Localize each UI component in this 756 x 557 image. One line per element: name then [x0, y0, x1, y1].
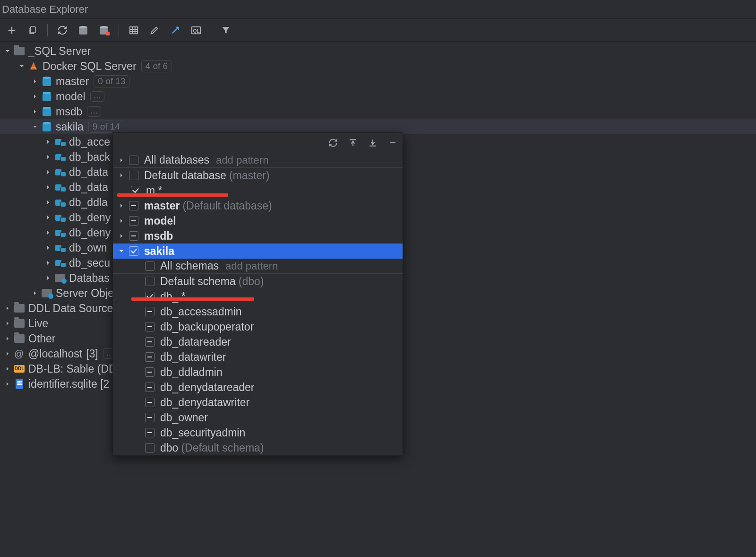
- chevron-right-icon[interactable]: [4, 305, 11, 312]
- tree-root-sql-server[interactable]: _SQL Server: [0, 44, 756, 59]
- checkbox-mixed[interactable]: [145, 322, 155, 331]
- popup-label: dbo: [160, 442, 178, 454]
- folder-db-icon: [55, 273, 65, 283]
- db-sync-icon[interactable]: [77, 24, 89, 36]
- checkbox-mixed[interactable]: [145, 383, 155, 392]
- popup-row-schema[interactable]: db_owner: [113, 410, 403, 425]
- db-stop-icon[interactable]: [98, 24, 110, 36]
- checkbox[interactable]: [129, 171, 138, 180]
- checkbox-mixed[interactable]: [145, 428, 155, 437]
- popup-row-schema[interactable]: db_datawriter: [113, 349, 403, 365]
- toolbar-group-filter: [220, 24, 232, 36]
- popup-row-sakila[interactable]: sakila: [113, 244, 403, 259]
- chevron-right-icon[interactable]: [44, 229, 52, 236]
- popup-row-default-database[interactable]: Default database (master): [113, 168, 403, 183]
- chevron-right-icon[interactable]: [31, 93, 39, 100]
- chevron-right-icon[interactable]: [118, 217, 125, 225]
- chevron-right-icon[interactable]: [118, 232, 125, 240]
- checkbox-mixed[interactable]: [129, 201, 138, 210]
- count-badge: 4 of 6: [141, 60, 172, 72]
- chevron-right-icon[interactable]: [118, 157, 125, 164]
- edit-pencil-icon[interactable]: [148, 24, 161, 36]
- checkbox-mixed[interactable]: [129, 231, 138, 241]
- popup-row-default-schema[interactable]: Default schema (dbo): [113, 274, 403, 289]
- tree-db-msdb[interactable]: msdb ...: [0, 104, 756, 119]
- duplicate-icon[interactable]: [26, 24, 39, 36]
- chevron-down-icon[interactable]: [18, 62, 26, 70]
- chevron-right-icon[interactable]: [118, 172, 125, 179]
- chevron-right-icon[interactable]: [44, 153, 52, 161]
- popup-row-msdb[interactable]: msdb: [113, 228, 403, 244]
- checkbox-mixed[interactable]: [129, 216, 138, 226]
- refresh-icon[interactable]: [56, 24, 69, 36]
- popup-row-schema[interactable]: db_datareader: [113, 334, 403, 349]
- chevron-right-icon[interactable]: [44, 244, 52, 252]
- chevron-right-icon[interactable]: [44, 168, 52, 176]
- chevron-right-icon[interactable]: [44, 259, 52, 267]
- add-pattern-link[interactable]: add pattern: [216, 154, 268, 166]
- chevron-right-icon[interactable]: [4, 320, 11, 327]
- checkbox-mixed[interactable]: [145, 307, 155, 316]
- checkbox-mixed[interactable]: [145, 367, 155, 377]
- ql-icon[interactable]: QL: [190, 24, 202, 36]
- popup-label: db_accessadmin: [160, 305, 242, 318]
- popup-row-schema[interactable]: db_backupoperator: [113, 319, 403, 334]
- popup-row-schema[interactable]: db_accessadmin: [113, 304, 403, 319]
- chevron-right-icon[interactable]: [118, 202, 125, 209]
- chevron-right-icon[interactable]: [4, 350, 11, 357]
- chevron-right-icon[interactable]: [44, 183, 52, 191]
- chevron-right-icon[interactable]: [4, 335, 11, 342]
- refresh-icon[interactable]: [328, 138, 338, 148]
- tree-label: DB-LB: Sable (DD: [28, 364, 117, 374]
- popup-row-dbo[interactable]: dbo (Default schema): [113, 440, 403, 455]
- chevron-right-icon[interactable]: [31, 108, 39, 115]
- tree-server-docker[interactable]: Docker SQL Server 4 of 6: [0, 59, 756, 74]
- popup-label: db_denydatareader: [160, 381, 255, 394]
- popup-row-all-databases[interactable]: All databases add pattern: [113, 153, 403, 168]
- checkbox[interactable]: [145, 443, 155, 453]
- expand-all-icon[interactable]: [348, 138, 358, 148]
- chevron-right-icon[interactable]: [44, 214, 52, 221]
- popup-row-master[interactable]: master (Default database): [113, 198, 403, 213]
- popup-row-all-schemas[interactable]: All schemas add pattern: [113, 259, 403, 274]
- popup-row-pattern-db[interactable]: db_.*: [113, 289, 403, 304]
- chevron-right-icon[interactable]: [31, 289, 39, 297]
- chevron-right-icon[interactable]: [44, 274, 52, 282]
- collapse-all-icon[interactable]: [368, 138, 378, 148]
- tree-db-model[interactable]: model ...: [0, 89, 756, 104]
- add-pattern-link[interactable]: add pattern: [225, 260, 278, 272]
- checkbox[interactable]: [145, 261, 155, 271]
- chevron-down-icon[interactable]: [118, 247, 125, 255]
- checkbox-mixed[interactable]: [145, 413, 155, 422]
- chevron-down-icon[interactable]: [31, 123, 39, 131]
- chevron-right-icon[interactable]: [4, 380, 11, 388]
- sqlserver-icon: [28, 61, 39, 71]
- popup-row-schema[interactable]: db_denydatawriter: [113, 395, 403, 410]
- popup-label: db_backupoperator: [160, 321, 254, 333]
- jump-icon[interactable]: [169, 24, 181, 36]
- popup-row-schema[interactable]: db_denydatareader: [113, 380, 403, 395]
- checkbox-mixed[interactable]: [145, 398, 155, 407]
- minimize-icon[interactable]: [387, 138, 398, 148]
- schema-filter-popup[interactable]: All databases add pattern Default databa…: [112, 132, 403, 456]
- checkbox-checked[interactable]: [129, 246, 138, 256]
- toolbar-separator: [211, 24, 211, 36]
- checkbox-mixed[interactable]: [145, 352, 155, 362]
- chevron-right-icon[interactable]: [44, 199, 52, 206]
- chevron-right-icon[interactable]: [4, 365, 11, 373]
- checkbox[interactable]: [129, 156, 138, 165]
- filter-icon[interactable]: [220, 24, 232, 36]
- chevron-right-icon[interactable]: [31, 78, 39, 85]
- popup-row-model[interactable]: model: [113, 213, 403, 228]
- checkbox-mixed[interactable]: [145, 337, 155, 347]
- popup-row-schema[interactable]: db_securityadmin: [113, 425, 403, 440]
- chevron-right-icon[interactable]: [44, 138, 52, 146]
- popup-row-schema[interactable]: db_ddladmin: [113, 365, 403, 380]
- grid-icon[interactable]: [128, 24, 140, 36]
- popup-label: db_datawriter: [160, 351, 226, 364]
- tree-db-master[interactable]: master 0 of 13: [0, 74, 756, 89]
- checkbox[interactable]: [145, 277, 155, 286]
- tree-label: Docker SQL Server: [43, 61, 137, 72]
- add-icon[interactable]: [6, 24, 18, 36]
- chevron-down-icon[interactable]: [4, 47, 11, 55]
